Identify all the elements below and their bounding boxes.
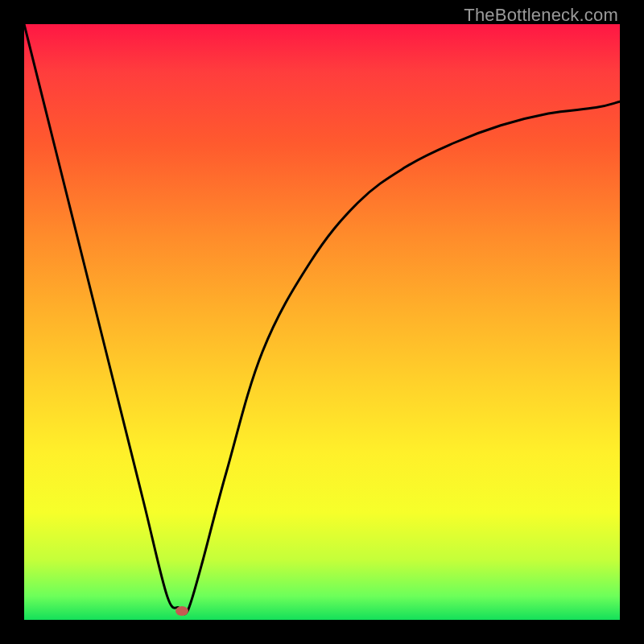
optimal-marker [175, 606, 188, 616]
chart-frame: TheBottleneck.com [0, 0, 644, 644]
plot-area [24, 24, 620, 620]
watermark-text: TheBottleneck.com [464, 5, 618, 26]
bottleneck-curve [24, 24, 620, 620]
